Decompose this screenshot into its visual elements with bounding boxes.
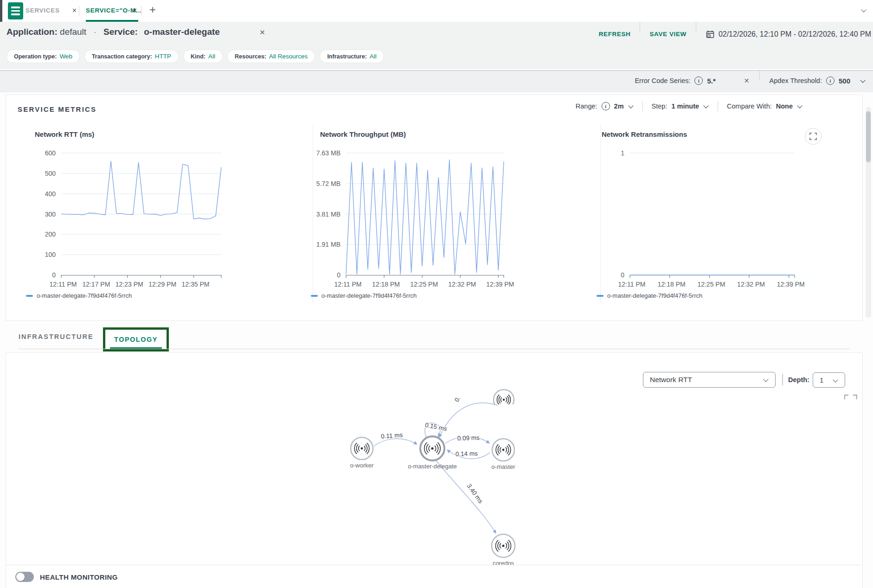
metric-select-chevron-down-icon	[763, 377, 768, 382]
left-edge-strip	[0, 0, 2, 22]
legend-item-rtt[interactable]: o-master-delegate-7f9d4f476f-5rrch	[26, 292, 132, 299]
filter-chip-row: Operation type: Web Transaction category…	[6, 50, 389, 63]
range-value[interactable]: 2m	[614, 102, 624, 110]
apdex-threshold-label: Apdex Threshold:	[770, 77, 822, 84]
app-window: SERVICES ✕ SERVICE="O-M... ✕ + Applicati…	[0, 0, 873, 588]
topology-node-unknown-top	[494, 390, 514, 410]
scrollbar-thumb[interactable]	[866, 111, 871, 162]
range-chevron-down-icon[interactable]	[628, 103, 633, 108]
application-value: default	[60, 27, 86, 37]
error-code-info-icon[interactable]: i	[694, 77, 703, 85]
chart-title-throughput: Network Throughput (MB)	[320, 130, 406, 138]
chip-value: HTTP	[155, 53, 171, 60]
health-monitoring-toggle[interactable]	[15, 572, 34, 582]
footer-divider	[6, 565, 861, 565]
tab-topology-highlight-box[interactable]: TOPOLOGY	[103, 327, 169, 352]
tab-services[interactable]: SERVICES	[26, 7, 60, 14]
svg-text:0.: 0.	[453, 395, 462, 403]
chip-transaction-category[interactable]: Transaction category: HTTP	[84, 50, 179, 63]
legend-dash-icon	[311, 295, 318, 297]
topology-expand-partial-icon[interactable]	[844, 394, 857, 400]
chip-label: Resources:	[235, 53, 266, 60]
svg-text:0.14 ms: 0.14 ms	[456, 450, 478, 458]
save-view-button[interactable]: SAVE VIEW	[649, 31, 686, 38]
chip-value: Web	[59, 53, 72, 60]
chip-value: All	[370, 53, 377, 60]
tab-topology[interactable]: TOPOLOGY	[114, 336, 158, 343]
topology-node-o-master	[492, 439, 514, 461]
chip-value: All	[208, 53, 215, 60]
svg-text:coredns: coredns	[493, 560, 514, 567]
compare-with-value[interactable]: None	[776, 102, 793, 110]
svg-text:0.15 ms: 0.15 ms	[424, 422, 448, 433]
refresh-button[interactable]: REFRESH	[599, 31, 631, 38]
new-tab-plus-icon[interactable]: +	[149, 3, 156, 16]
health-monitoring-label: HEALTH MONITORING	[40, 573, 118, 581]
chip-label: Operation type:	[14, 53, 57, 60]
service-filter-close-icon[interactable]: ✕	[259, 28, 265, 36]
compare-with-label: Compare With:	[727, 102, 772, 110]
chip-label: Transaction category:	[92, 53, 152, 60]
step-value[interactable]: 1 minute	[671, 102, 699, 110]
application-label: Application:	[6, 27, 58, 37]
service-value: o-master-delegate	[144, 27, 220, 37]
chip-operation-type[interactable]: Operation type: Web	[6, 50, 80, 63]
calendar-icon	[706, 30, 715, 39]
legend-dash-icon	[26, 295, 33, 297]
chip-value: All Resources	[269, 53, 308, 60]
chip-label: Kind:	[191, 53, 205, 60]
svg-text:3.40 ms: 3.40 ms	[465, 483, 484, 505]
legend-label: o-master-delegate-7f9d4f476f-5rrch	[607, 292, 702, 299]
legend-item-throughput[interactable]: o-master-delegate-7f9d4f476f-5rrch	[311, 292, 417, 299]
tab-separator-2	[141, 6, 141, 16]
chart-divider	[600, 124, 601, 302]
apdex-info-icon[interactable]: i	[826, 77, 834, 85]
compare-chevron-down-icon[interactable]	[797, 103, 802, 108]
chip-kind[interactable]: Kind: All	[183, 50, 223, 63]
topology-metric-value: Network RTT	[650, 376, 692, 384]
range-info-icon[interactable]: i	[602, 102, 610, 110]
tab-bar: SERVICES ✕ SERVICE="O-M... ✕ +	[0, 0, 873, 22]
step-label: Step:	[652, 102, 668, 110]
step-chevron-down-icon[interactable]	[703, 103, 708, 108]
menu-icon[interactable]	[8, 2, 23, 19]
depth-value: 1	[820, 376, 823, 384]
tab-infrastructure[interactable]: INFRASTRUCTURE	[19, 333, 94, 340]
service-label: Service:	[103, 27, 138, 37]
service-metrics-card	[6, 95, 863, 321]
svg-text:o-worker: o-worker	[350, 462, 374, 469]
topology-graph[interactable]: o-workero-master-delegateo-mastercoredns…	[278, 380, 603, 580]
section-tabs-rule	[19, 349, 850, 349]
metrics-expand-button[interactable]	[805, 128, 822, 145]
legend-label: o-master-delegate-7f9d4f476f-5rrch	[321, 292, 417, 299]
svg-text:o-master-delegate: o-master-delegate	[408, 463, 457, 470]
legend-item-retransmissions[interactable]: o-master-delegate-7f9d4f476f-5rrch	[597, 292, 702, 299]
chip-resources[interactable]: Resources: All Resources	[227, 50, 315, 63]
scrollbar-track[interactable]	[866, 107, 871, 318]
topology-metric-select[interactable]: Network RTT	[643, 372, 776, 388]
topology-node-o-master-delegate	[420, 436, 444, 460]
title-dot: ·	[93, 27, 96, 37]
error-code-close-icon[interactable]: ✕	[744, 77, 750, 84]
tab-service-close-icon[interactable]: ✕	[132, 7, 137, 14]
depth-select[interactable]: 1	[813, 372, 845, 388]
service-metrics-title: SERVICE METRICS	[18, 105, 96, 113]
apdex-threshold-value: 500	[839, 77, 850, 85]
topology-node-coredns	[492, 534, 515, 557]
chart-title-retransmissions: Network Retransmissions	[602, 130, 687, 138]
chip-infrastructure[interactable]: Infrastructure: All	[320, 50, 384, 63]
expand-icon	[809, 133, 817, 140]
depth-chevron-down-icon	[833, 377, 838, 382]
tabbar-chevron-down-icon[interactable]	[861, 7, 866, 12]
error-code-series-label: Error Code Series:	[635, 77, 690, 84]
page-title: Application: default · Service: o-master…	[6, 27, 265, 37]
chart-divider	[313, 124, 313, 302]
svg-text:o-master: o-master	[491, 463, 515, 470]
date-range-picker[interactable]: 02/12/2026, 12:10 PM - 02/12/2026, 12:40…	[706, 30, 871, 39]
chip-label: Infrastructure:	[327, 53, 366, 60]
apdex-chevron-down-icon[interactable]	[860, 77, 865, 83]
secondary-toolbar-content: Error Code Series: i 5.* ✕ Apdex Thresho…	[635, 70, 866, 91]
tab-services-close-icon[interactable]: ✕	[72, 7, 77, 14]
controls-divider	[782, 374, 783, 385]
chart-title-rtt: Network RTT (ms)	[35, 130, 94, 138]
